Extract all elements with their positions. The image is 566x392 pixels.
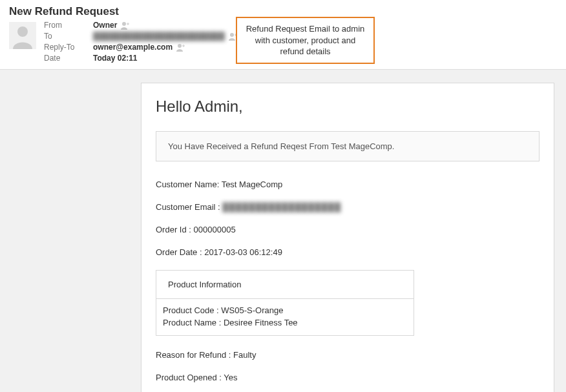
from-value: Owner bbox=[93, 21, 238, 30]
greeting: Hello Admin, bbox=[156, 98, 540, 116]
product-info-box: Product Information Product Code : WS05-… bbox=[156, 270, 414, 336]
order-date-value: 2017-03-03 06:12:49 bbox=[204, 247, 282, 257]
reason-label: Reason for Refund : bbox=[156, 350, 231, 360]
order-id-value: 000000005 bbox=[194, 225, 236, 234]
date-value: Today 02:11 bbox=[93, 54, 238, 63]
order-date-field: Order Date : 2017-03-03 06:12:49 bbox=[156, 247, 540, 257]
avatar-silhouette-icon bbox=[9, 22, 36, 49]
reason-value: Faulty bbox=[233, 350, 256, 360]
product-name-label: Product Name : bbox=[163, 318, 221, 327]
svg-point-1 bbox=[17, 26, 28, 37]
opened-field: Product Opened : Yes bbox=[156, 373, 540, 382]
product-code-label: Product Code : bbox=[163, 305, 219, 315]
email-card: Hello Admin, You Have Received a Refund … bbox=[141, 83, 554, 392]
add-contact-icon[interactable] bbox=[121, 21, 130, 30]
notice-box: You Have Received a Refund Reqest From T… bbox=[156, 131, 540, 161]
date-label: Date bbox=[44, 54, 89, 63]
add-contact-icon[interactable] bbox=[176, 43, 185, 52]
product-name-row: Product Name : Desiree Fitness Tee bbox=[163, 318, 407, 327]
opened-label: Product Opened : bbox=[156, 373, 222, 382]
product-code-value: WS05-S-Orange bbox=[221, 305, 283, 315]
window-title: New Refund Request bbox=[9, 5, 557, 18]
product-code-row: Product Code : WS05-S-Orange bbox=[163, 305, 407, 315]
customer-name-value: Test MageComp bbox=[222, 180, 283, 189]
svg-point-2 bbox=[122, 22, 126, 26]
avatar bbox=[9, 22, 36, 49]
order-id-field: Order Id : 000000005 bbox=[156, 225, 540, 234]
customer-name-field: Customer Name: Test MageComp bbox=[156, 180, 540, 189]
opened-value: Yes bbox=[224, 373, 237, 382]
product-name-value: Desiree Fitness Tee bbox=[224, 318, 298, 327]
svg-point-4 bbox=[178, 44, 182, 48]
to-label: To bbox=[44, 32, 89, 41]
customer-name-label: Customer Name: bbox=[156, 180, 219, 189]
to-value: ████████████████████████ bbox=[93, 32, 238, 41]
svg-point-3 bbox=[230, 33, 234, 37]
email-header: New Refund Request From Owner To ███████… bbox=[0, 0, 566, 70]
product-info-body: Product Code : WS05-S-Orange Product Nam… bbox=[156, 299, 414, 335]
content-area: Hello Admin, You Have Received a Refund … bbox=[0, 70, 566, 392]
annotation-callout: Refund Request Email to admin with custo… bbox=[236, 17, 375, 64]
customer-email-field: Customer Email : ██████████████████ bbox=[156, 202, 540, 212]
customer-email-label: Customer Email : bbox=[156, 202, 220, 212]
product-info-heading: Product Information bbox=[156, 271, 414, 299]
reason-field: Reason for Refund : Faulty bbox=[156, 350, 540, 360]
replyto-value: owner@example.com bbox=[93, 43, 238, 52]
order-date-label: Order Date : bbox=[156, 247, 202, 257]
replyto-label: Reply-To bbox=[44, 43, 89, 52]
meta-table: From Owner To ████████████████████████ R… bbox=[44, 21, 238, 63]
order-id-label: Order Id : bbox=[156, 225, 191, 234]
from-label: From bbox=[44, 21, 89, 30]
customer-email-value: ██████████████████ bbox=[222, 202, 341, 212]
